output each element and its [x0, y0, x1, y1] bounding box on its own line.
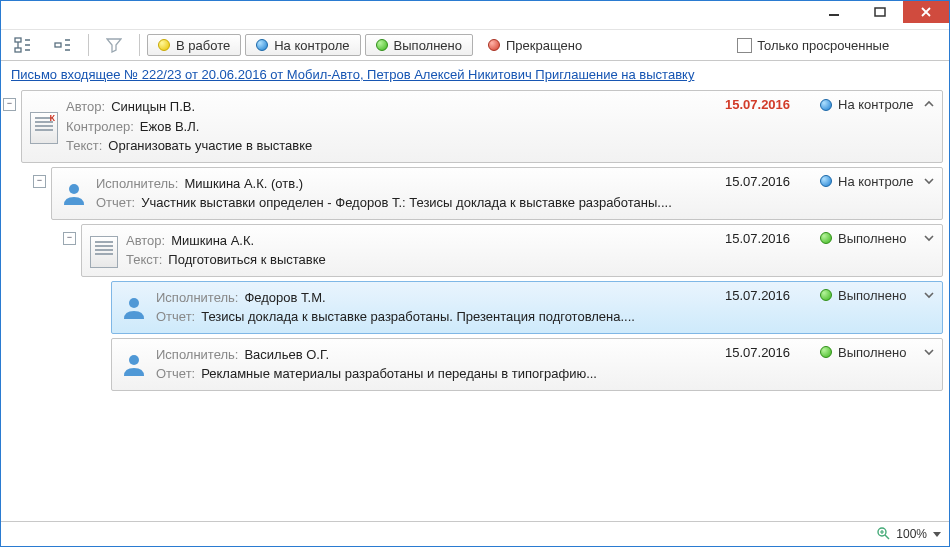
card-meta: 15.07.2016 На контроле — [725, 174, 916, 189]
status-text: Выполнено — [838, 288, 906, 303]
svg-point-6 — [129, 298, 139, 308]
card-status: Выполнено — [820, 231, 916, 246]
chevron-down-icon[interactable] — [922, 174, 936, 188]
document-icon — [30, 112, 58, 140]
label-report: Отчет: — [156, 364, 195, 384]
tree-toggle[interactable]: − — [63, 232, 76, 245]
expand-all-button[interactable] — [5, 32, 41, 58]
maximize-button[interactable] — [857, 1, 903, 23]
label-executor: Исполнитель: — [96, 174, 178, 194]
toolbar-separator — [139, 34, 140, 56]
value-controller: Ежов В.Л. — [140, 117, 200, 137]
value-author: Мишкина А.К. — [171, 231, 254, 251]
svg-rect-0 — [829, 14, 839, 16]
tree-toggle[interactable]: − — [3, 98, 16, 111]
status-dot-blue-icon — [820, 175, 832, 187]
status-text: На контроле — [838, 97, 913, 112]
checkbox-box-icon — [737, 38, 752, 53]
chevron-down-icon[interactable] — [922, 231, 936, 245]
executor-card[interactable]: Исполнитель: Васильев О.Г. Отчет: Реклам… — [111, 338, 943, 391]
checkbox-label: Только просроченные — [757, 38, 889, 53]
value-executor: Федоров Т.М. — [244, 288, 325, 308]
svg-rect-4 — [55, 43, 61, 47]
status-text: На контроле — [838, 174, 913, 189]
close-button[interactable] — [903, 1, 949, 23]
task-card[interactable]: Автор: Синицын П.В. Контролер: Ежов В.Л.… — [21, 90, 943, 163]
filter-terminated[interactable]: Прекращено — [477, 34, 593, 56]
card-status: На контроле — [820, 174, 916, 189]
filter-label: Выполнено — [394, 38, 462, 53]
card-meta: 15.07.2016 Выполнено — [725, 288, 916, 303]
svg-rect-1 — [875, 8, 885, 16]
collapse-all-button[interactable] — [45, 32, 81, 58]
tree-node: − Автор: Синицын П.В. Контролер: Ежов В.… — [7, 90, 943, 391]
status-dot-blue-icon — [256, 39, 268, 51]
value-report: Участник выставки определен - Федоров Т.… — [141, 193, 672, 213]
value-report: Тезисы доклада к выставке разработаны. П… — [201, 307, 635, 327]
card-date: 15.07.2016 — [725, 288, 800, 303]
chevron-up-icon[interactable] — [922, 97, 936, 111]
zoom-icon[interactable] — [876, 526, 890, 543]
status-dot-green-icon — [820, 289, 832, 301]
label-executor: Исполнитель: — [156, 288, 238, 308]
card-meta: 15.07.2016 Выполнено — [725, 345, 916, 360]
label-author: Автор: — [66, 97, 105, 117]
chevron-down-icon[interactable] — [922, 345, 936, 359]
app-window: В работе На контроле Выполнено Прекращен… — [0, 0, 950, 547]
user-icon — [120, 293, 148, 321]
toolbar-separator — [88, 34, 89, 56]
executor-card[interactable]: Исполнитель: Мишкина А.К. (отв.) Отчет: … — [51, 167, 943, 220]
filter-in-work[interactable]: В работе — [147, 34, 241, 56]
document-link-row: Письмо входящее № 222/23 от 20.06.2016 о… — [1, 61, 949, 86]
document-link[interactable]: Письмо входящее № 222/23 от 20.06.2016 о… — [11, 67, 694, 82]
card-date: 15.07.2016 — [725, 345, 800, 360]
filter-label: На контроле — [274, 38, 349, 53]
status-dot-blue-icon — [820, 99, 832, 111]
value-executor: Мишкина А.К. (отв.) — [184, 174, 303, 194]
card-date: 15.07.2016 — [725, 174, 800, 189]
card-status: На контроле — [820, 97, 916, 112]
label-report: Отчет: — [96, 193, 135, 213]
tree-toggle[interactable]: − — [33, 175, 46, 188]
tree-node: − Автор: Мишкина А.К. Текст: Подготовить… — [67, 224, 943, 391]
card-status: Выполнено — [820, 345, 916, 360]
statusbar: 100% — [1, 521, 949, 546]
window-controls — [811, 1, 949, 23]
document-icon — [90, 236, 118, 264]
status-dot-green-icon — [820, 346, 832, 358]
only-overdue-checkbox[interactable]: Только просроченные — [737, 38, 889, 53]
label-executor: Исполнитель: — [156, 345, 238, 365]
card-date: 15.07.2016 — [725, 97, 800, 112]
svg-rect-3 — [15, 48, 21, 52]
label-controller: Контролер: — [66, 117, 134, 137]
filter-in-control[interactable]: На контроле — [245, 34, 360, 56]
executor-card[interactable]: Исполнитель: Федоров Т.М. Отчет: Тезисы … — [111, 281, 943, 334]
chevron-down-icon[interactable] — [933, 532, 941, 537]
minimize-button[interactable] — [811, 1, 857, 23]
filter-button[interactable] — [96, 32, 132, 58]
card-meta: 15.07.2016 На контроле — [725, 97, 916, 112]
tree-node: − Исполнитель: Мишкина А.К. (отв.) Отчет… — [37, 167, 943, 391]
card-meta: 15.07.2016 Выполнено — [725, 231, 916, 246]
status-text: Выполнено — [838, 345, 906, 360]
status-dot-green-icon — [820, 232, 832, 244]
filter-label: В работе — [176, 38, 230, 53]
titlebar — [1, 1, 949, 29]
label-report: Отчет: — [156, 307, 195, 327]
svg-point-5 — [69, 184, 79, 194]
label-author: Автор: — [126, 231, 165, 251]
status-text: Выполнено — [838, 231, 906, 246]
chevron-down-icon[interactable] — [922, 288, 936, 302]
value-text: Подготовиться к выставке — [168, 250, 325, 270]
card-date: 15.07.2016 — [725, 231, 800, 246]
zoom-level[interactable]: 100% — [896, 527, 927, 541]
status-dot-yellow-icon — [158, 39, 170, 51]
value-author: Синицын П.В. — [111, 97, 195, 117]
user-icon — [60, 179, 88, 207]
svg-rect-2 — [15, 38, 21, 42]
filter-done[interactable]: Выполнено — [365, 34, 473, 56]
task-card[interactable]: Автор: Мишкина А.К. Текст: Подготовиться… — [81, 224, 943, 277]
card-status: Выполнено — [820, 288, 916, 303]
task-tree: − Автор: Синицын П.В. Контролер: Ежов В.… — [1, 86, 949, 521]
user-icon — [120, 350, 148, 378]
